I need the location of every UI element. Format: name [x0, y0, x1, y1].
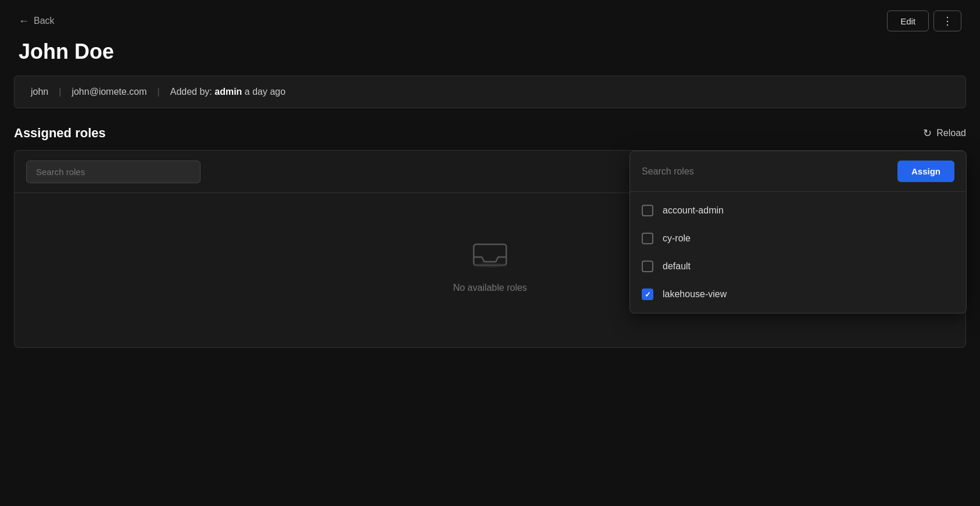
divider-2: |	[158, 87, 160, 97]
roles-panel: Assign role No available roles Assign ac…	[14, 150, 966, 348]
top-bar: ← Back Edit ⋮	[0, 0, 980, 37]
svg-point-1	[474, 263, 506, 268]
role-checkbox[interactable]: ✓	[642, 288, 653, 300]
page-title: John Doe	[0, 37, 980, 76]
role-checkbox[interactable]	[642, 233, 653, 244]
added-by-label: Added by: admin a day ago	[170, 87, 285, 97]
dropdown-item[interactable]: default	[630, 252, 966, 280]
assign-button[interactable]: Assign	[897, 161, 954, 182]
edit-button[interactable]: Edit	[887, 10, 929, 31]
added-by-time: a day ago	[245, 87, 285, 97]
username: john	[31, 87, 48, 97]
email: john@iomete.com	[71, 87, 146, 97]
role-label: cy-role	[663, 233, 691, 244]
role-label: default	[663, 261, 691, 272]
inbox-icon	[469, 240, 511, 272]
role-checkbox[interactable]	[642, 261, 653, 272]
role-label: account-admin	[663, 205, 724, 216]
reload-icon: ↻	[923, 127, 932, 140]
dropdown-list: account-admincy-roledefault✓lakehouse-vi…	[630, 192, 966, 313]
reload-button[interactable]: ↻ Reload	[923, 127, 966, 140]
assign-dropdown: Assign account-admincy-roledefault✓lakeh…	[630, 151, 967, 313]
roles-header: Assigned roles ↻ Reload	[14, 126, 966, 141]
dropdown-item[interactable]: ✓lakehouse-view	[630, 280, 966, 308]
top-actions: Edit ⋮	[887, 10, 961, 31]
role-checkbox[interactable]	[642, 205, 653, 216]
divider-1: |	[59, 87, 61, 97]
back-arrow-icon: ←	[19, 15, 29, 27]
dropdown-search-input[interactable]	[642, 166, 897, 177]
empty-state-text: No available roles	[453, 283, 527, 293]
roles-section-title: Assigned roles	[14, 126, 106, 141]
reload-label: Reload	[936, 128, 966, 138]
dropdown-item[interactable]: account-admin	[630, 197, 966, 225]
back-label: Back	[34, 16, 55, 26]
roles-section: Assigned roles ↻ Reload Assign role No a…	[0, 126, 980, 348]
dropdown-header: Assign	[630, 151, 966, 192]
more-button[interactable]: ⋮	[933, 10, 961, 31]
dropdown-item[interactable]: cy-role	[630, 225, 966, 252]
info-bar: john | john@iomete.com | Added by: admin…	[14, 76, 966, 108]
role-label: lakehouse-view	[663, 289, 727, 300]
back-link[interactable]: ← Back	[19, 15, 55, 27]
added-by-user: admin	[214, 87, 242, 97]
search-roles-input[interactable]	[26, 161, 201, 183]
